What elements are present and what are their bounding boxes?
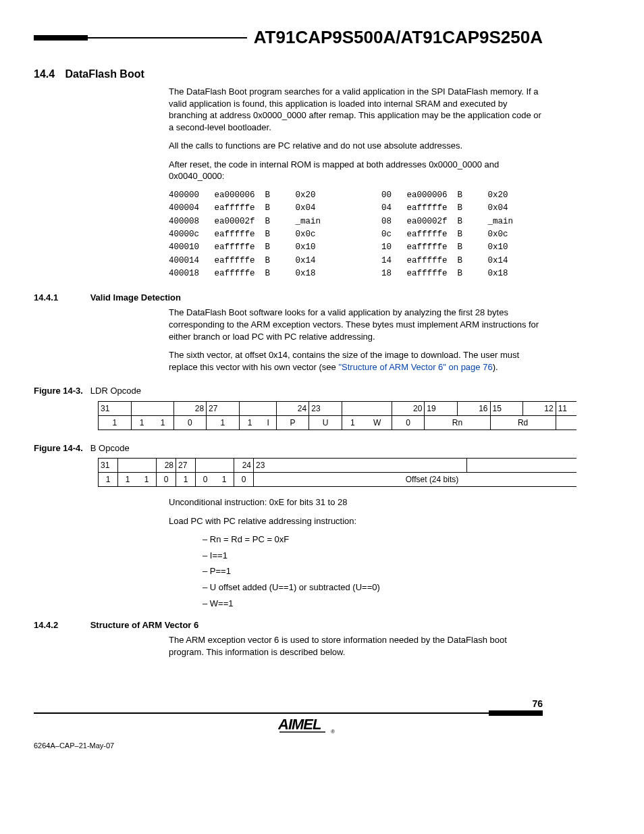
bit-value: 1 [215, 473, 234, 487]
table-row: 31 28 27 24 23 0 [99, 459, 577, 473]
table-row: 1 1 1 0 1 0 1 0 Offset (24 bits) [99, 473, 577, 487]
logo-icon: AIMEL ® [278, 714, 339, 735]
bit-label: 27 [176, 459, 196, 473]
figure-label: Figure 14-4. [34, 443, 83, 453]
paragraph: After reset, the code in internal ROM is… [169, 159, 543, 182]
bit-value: 1 [207, 415, 240, 429]
bit-label: 11 [556, 401, 576, 415]
paragraph: Unconditional instruction: 0xE for bits … [169, 496, 543, 509]
bit-value: 1 [176, 473, 196, 487]
bit-value: 1 [153, 415, 173, 429]
bit-label: 28 [173, 401, 207, 415]
bit-label: 12 [523, 401, 556, 415]
bit-label: 0 [467, 459, 576, 473]
bit-field: Offset (24 bits) [254, 473, 577, 487]
bit-label: 20 [392, 401, 425, 415]
bit-label: 23 [309, 401, 342, 415]
bit-value: 0 [392, 415, 425, 429]
list-item: – P==1 [203, 565, 543, 577]
subsection-heading: 14.4.1 Valid Image Detection [34, 292, 543, 303]
bit-value: 1 [99, 473, 118, 487]
figure-title: B Opcode [90, 443, 130, 453]
bit-value: 1 [239, 415, 260, 429]
subsection-number: 14.4.1 [34, 292, 88, 303]
paragraph: The ARM exception vector 6 is used to st… [169, 634, 543, 658]
section-heading: 14.4 DataFlash Boot [34, 68, 543, 80]
code-column-left: 400000 ea000006 B 0x20 400004 eafffffe B… [169, 189, 321, 281]
bullet-list: – Rn = Rd = PC = 0xF – I==1 – P==1 – U o… [203, 533, 543, 609]
figure-caption: Figure 14-3. LDR Opcode [34, 385, 543, 397]
subsection-heading: 14.4.2 Structure of ARM Vector 6 [34, 620, 543, 630]
subsection-title: Structure of ARM Vector 6 [90, 620, 199, 630]
svg-text:AIMEL: AIMEL [278, 716, 321, 733]
section-number: 14.4 [34, 68, 62, 80]
page-footer: 76 6264A–CAP–21-May-07 AIMEL ® [34, 698, 543, 740]
bit-label: 23 [254, 459, 467, 473]
bit-value: 0 [173, 415, 207, 429]
figure-title: LDR Opcode [90, 386, 141, 396]
paragraph: The DataFlash Boot program searches for … [169, 86, 543, 133]
bit-value: U [309, 415, 342, 429]
list-item: – W==1 [203, 598, 543, 610]
section-title: DataFlash Boot [65, 68, 144, 80]
table-row: 31 28 27 24 23 20 19 16 15 12 11 0 [99, 401, 577, 415]
bit-label: 16 [457, 401, 490, 415]
bitfield-table-b: 31 28 27 24 23 0 1 1 1 0 1 0 1 0 Offset … [98, 458, 576, 487]
paragraph: All the calls to functions are PC relati… [169, 140, 543, 152]
bitfield-table-ldr: 31 28 27 24 23 20 19 16 15 12 11 0 1 1 1… [98, 401, 576, 430]
document-title: AT91CAP9S500A/AT91CAP9S250A [254, 27, 543, 48]
bit-value: 0 [196, 473, 215, 487]
bit-label: 31 [99, 401, 132, 415]
list-item: – U offset added (U==1) or subtracted (U… [203, 581, 543, 594]
rule-thick [34, 35, 88, 41]
list-item: – I==1 [203, 550, 543, 562]
bit-value: 1 [137, 473, 157, 487]
bit-value: 1 [99, 415, 132, 429]
figure-caption: Figure 14-4. B Opcode [34, 442, 543, 454]
subsection-number: 14.4.2 [34, 620, 88, 630]
paragraph: The DataFlash Boot software looks for a … [169, 307, 543, 342]
footer-doc-id: 6264A–CAP–21-May-07 [34, 741, 114, 750]
bit-field: Rd [490, 415, 556, 429]
paragraph: Load PC with PC relative addressing inst… [169, 515, 543, 527]
bit-value: 1 [131, 415, 152, 429]
bit-label: 28 [157, 459, 176, 473]
bit-label: 24 [234, 459, 254, 473]
svg-text:®: ® [331, 729, 335, 735]
figure-label: Figure 14-3. [34, 386, 83, 396]
code-column-right: 00 ea000006 B 0x20 04 eafffffe B 0x04 08… [381, 189, 513, 281]
rule-thick [489, 710, 543, 716]
rule-thin [88, 37, 247, 38]
header-rule: AT91CAP9S500A/AT91CAP9S250A [34, 27, 543, 48]
bit-value: 1 [342, 415, 363, 429]
bit-label: 24 [276, 401, 309, 415]
cross-reference-link[interactable]: "Structure of ARM Vector 6" on page 76 [338, 362, 492, 372]
page-number: 76 [532, 698, 543, 709]
bit-label: 15 [490, 401, 523, 415]
code-listing: 400000 ea000006 B 0x20 400004 eafffffe B… [169, 189, 543, 281]
bit-value: 0 [157, 473, 176, 487]
atmel-logo: AIMEL ® [278, 714, 339, 736]
bit-value: 1 [118, 473, 138, 487]
bit-value: 0 [234, 473, 254, 487]
bit-value: I [261, 415, 276, 429]
bit-label: 27 [207, 401, 240, 415]
table-row: 1 1 1 0 1 1 I P U 1 W 0 Rn Rd [99, 415, 577, 429]
paragraph: The sixth vector, at offset 0x14, contai… [169, 349, 543, 373]
bit-field [556, 415, 576, 429]
text-run: ). [493, 362, 498, 372]
bit-value: W [363, 415, 392, 429]
bit-label: 31 [99, 459, 118, 473]
bit-value: P [276, 415, 309, 429]
bit-label: 19 [425, 401, 458, 415]
list-item: – Rn = Rd = PC = 0xF [203, 533, 543, 546]
rule-thin [34, 712, 489, 714]
bit-field: Rn [425, 415, 490, 429]
subsection-title: Valid Image Detection [90, 292, 181, 303]
